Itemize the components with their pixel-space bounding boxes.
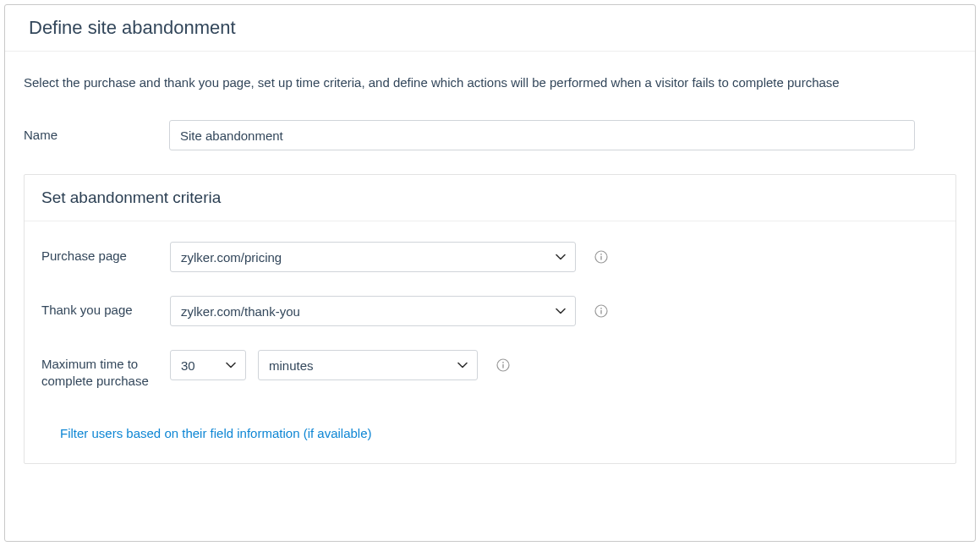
svg-rect-2 (600, 256, 601, 260)
time-unit-select[interactable] (258, 350, 478, 380)
purchase-page-row: Purchase page (41, 242, 939, 272)
time-value-select[interactable] (170, 350, 246, 380)
svg-rect-5 (600, 310, 601, 314)
max-time-row: Maximum time to complete purchase (41, 350, 939, 389)
time-value-select-wrapper (170, 350, 246, 380)
name-label: Name (24, 127, 169, 144)
panel-header: Define site abandonment (5, 5, 975, 52)
purchase-page-select-wrapper (170, 242, 576, 272)
svg-point-1 (600, 254, 602, 255)
thank-you-page-select[interactable] (170, 296, 576, 326)
name-row: Name (24, 120, 956, 150)
time-unit-select-wrapper (258, 350, 478, 380)
define-abandonment-panel: Define site abandonment Select the purch… (4, 4, 976, 542)
time-controls (170, 350, 510, 380)
criteria-header: Set abandonment criteria (25, 175, 955, 221)
name-input[interactable] (169, 120, 915, 150)
info-icon[interactable] (496, 358, 510, 372)
panel-title: Define site abandonment (29, 17, 975, 39)
thank-you-page-row: Thank you page (41, 296, 939, 326)
panel-body: Select the purchase and thank you page, … (5, 52, 975, 464)
svg-point-7 (502, 362, 504, 363)
thank-you-page-select-wrapper (170, 296, 576, 326)
filter-link-row: Filter users based on their field inform… (25, 419, 955, 463)
info-icon[interactable] (594, 250, 608, 264)
info-icon[interactable] (594, 304, 608, 318)
criteria-section: Set abandonment criteria Purchase page (24, 174, 956, 464)
svg-rect-8 (502, 364, 503, 369)
max-time-label: Maximum time to complete purchase (41, 350, 170, 389)
panel-description: Select the purchase and thank you page, … (24, 75, 956, 90)
thank-you-page-label: Thank you page (41, 296, 170, 319)
criteria-body: Purchase page Thank you page (25, 221, 955, 419)
criteria-title: Set abandonment criteria (41, 188, 939, 207)
purchase-page-select[interactable] (170, 242, 576, 272)
svg-point-4 (600, 308, 602, 309)
filter-users-link[interactable]: Filter users based on their field inform… (60, 426, 372, 440)
purchase-page-label: Purchase page (41, 242, 170, 265)
